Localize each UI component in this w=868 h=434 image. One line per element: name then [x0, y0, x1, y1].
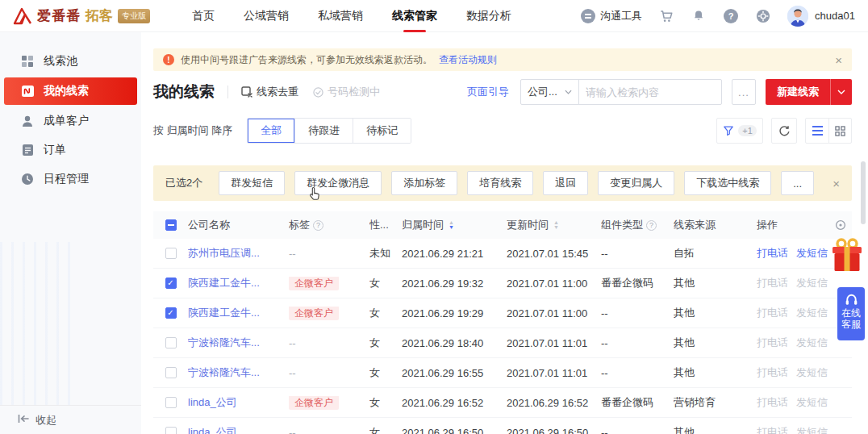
search-field-selector[interactable]: 公司... [521, 80, 579, 104]
col-company: 公司名称 [188, 218, 289, 232]
filter-button[interactable]: +1 [716, 118, 763, 144]
brand-mark-icon [13, 7, 32, 25]
scrollbar-thumb[interactable] [861, 161, 866, 224]
call-action[interactable]: 打电话 [757, 336, 788, 350]
sms-action[interactable]: 发短信 [796, 395, 828, 410]
batch-nurture-button[interactable]: 培育线索 [467, 171, 533, 195]
batch-sms-button[interactable]: 群发短信 [219, 171, 285, 195]
batch-change-owner-button[interactable]: 变更归属人 [598, 171, 674, 195]
call-action[interactable]: 打电话 [757, 276, 788, 290]
sidebar-item-won-customers[interactable]: 成单客户 [0, 106, 141, 136]
row-checkbox[interactable] [165, 307, 177, 319]
nav-public-marketing[interactable]: 公域营销 [229, 0, 303, 32]
sort-text[interactable]: 按 归属时间 降序 [153, 123, 232, 138]
chat-tool-button[interactable]: 沟通工具 [581, 9, 642, 23]
company-link[interactable]: 宁波裕隆汽车... [188, 336, 289, 350]
tab-all[interactable]: 全部 [248, 119, 294, 143]
sms-action[interactable]: 发短信 [796, 276, 828, 290]
online-service-button[interactable]: 在线客服 [837, 287, 865, 340]
app-logo[interactable]: 爱番番 拓客 专业版 [13, 6, 150, 25]
component-cell: -- [601, 427, 674, 434]
nav-home[interactable]: 首页 [177, 0, 229, 32]
list-view-button[interactable] [806, 119, 828, 143]
select-all-checkbox[interactable] [165, 219, 177, 231]
row-checkbox[interactable] [165, 248, 177, 259]
row-checkbox[interactable] [165, 278, 177, 289]
call-action[interactable]: 打电话 [757, 395, 788, 410]
sms-action[interactable]: 发短信 [796, 246, 828, 261]
component-cell: -- [601, 248, 674, 260]
search-input[interactable] [586, 86, 728, 98]
call-action[interactable]: 打电话 [757, 365, 788, 380]
update-time-cell: 2021.07.01 15:45 [507, 248, 601, 260]
col-source: 线索来源 [674, 218, 757, 232]
component-help-icon[interactable]: ? [646, 220, 657, 231]
sidebar-item-schedule[interactable]: 日程管理 [0, 165, 141, 194]
call-action[interactable]: 打电话 [757, 425, 788, 434]
sms-action[interactable]: 发短信 [796, 425, 828, 434]
company-link[interactable]: 宁波裕隆汽车... [188, 365, 289, 380]
tag-help-icon[interactable]: ? [313, 220, 323, 231]
activity-rules-link[interactable]: 查看活动规则 [439, 53, 497, 67]
sms-action[interactable]: 发短信 [796, 365, 828, 380]
col-assign-time[interactable]: 归属时间▲▼ [402, 218, 507, 232]
batch-return-button[interactable]: 退回 [543, 171, 588, 195]
batch-add-tag-button[interactable]: 添加标签 [391, 171, 457, 195]
cart-icon[interactable] [658, 8, 674, 24]
dedupe-button[interactable]: 线索去重 [241, 85, 298, 99]
batchbar-close-icon[interactable]: × [833, 177, 840, 190]
chevron-down-icon [837, 90, 845, 94]
sms-action[interactable]: 发短信 [796, 336, 828, 350]
company-link[interactable]: linda_公司 [188, 425, 289, 434]
sidebar-item-lead-pool[interactable]: 线索池 [0, 47, 141, 76]
row-actions: 打电话 发短信 ... [757, 336, 834, 350]
page-guide-link[interactable]: 页面引导 [467, 85, 509, 99]
tag-badge: -- [289, 337, 296, 349]
batch-more-button[interactable]: ... [781, 171, 814, 195]
call-action[interactable]: 打电话 [757, 306, 788, 320]
tab-to-follow[interactable]: 待跟进 [294, 119, 353, 143]
row-checkbox[interactable] [165, 337, 177, 348]
tag-badge: 企微客户 [289, 396, 339, 410]
sidebar-item-orders[interactable]: 订单 [0, 136, 141, 165]
call-action[interactable]: 打电话 [757, 246, 788, 261]
notice-close-icon[interactable]: × [835, 53, 842, 67]
component-cell: 番番企微码 [601, 276, 674, 290]
nav-leads-manager[interactable]: 线索管家 [378, 0, 452, 32]
tab-to-mark[interactable]: 待标记 [353, 119, 411, 143]
tag-badge: -- [289, 367, 296, 379]
toolbar-more-button[interactable]: ... [732, 79, 756, 105]
selected-count: 已选2个 [165, 176, 202, 190]
create-lead-dropdown[interactable] [831, 90, 852, 94]
notification-bell-icon[interactable] [691, 8, 707, 24]
gender-cell: 女 [369, 276, 402, 290]
row-checkbox[interactable] [165, 427, 177, 434]
company-link[interactable]: 陕西建工金牛... [188, 276, 289, 290]
row-actions: 打电话 发短信 ... [757, 246, 834, 261]
tag-badge: -- [289, 248, 296, 260]
sidebar-collapse-button[interactable]: 收起 [0, 405, 141, 434]
source-cell: 其他 [674, 306, 757, 320]
user-menu[interactable]: chuda01 [787, 6, 855, 27]
column-settings-icon[interactable] [834, 219, 852, 231]
help-icon[interactable]: ? [723, 8, 739, 24]
assign-time-cell: 2021.06.29 16:50 [402, 427, 507, 434]
col-update-time[interactable]: 更新时间▲▼ [507, 218, 601, 232]
batch-download-button[interactable]: 下载选中线索 [684, 171, 771, 195]
nav-data-analysis[interactable]: 数据分析 [452, 0, 526, 32]
gender-cell: 女 [369, 336, 402, 350]
gift-promo-icon[interactable] [831, 236, 868, 278]
company-link[interactable]: 陕西建工金牛... [188, 306, 289, 320]
company-link[interactable]: linda_公司 [188, 395, 289, 410]
create-lead-button[interactable]: 新建线索 [766, 79, 852, 105]
row-checkbox[interactable] [165, 367, 177, 378]
company-link[interactable]: 苏州市电压调... [188, 246, 289, 261]
refresh-button[interactable] [771, 118, 797, 144]
sms-action[interactable]: 发短信 [796, 306, 828, 320]
settings-gear-icon[interactable] [755, 8, 771, 24]
update-time-cell: 2021.07.01 11:00 [507, 307, 601, 319]
card-view-button[interactable] [828, 119, 851, 143]
row-checkbox[interactable] [165, 397, 177, 408]
nav-private-marketing[interactable]: 私域营销 [303, 0, 378, 32]
sidebar-item-my-leads[interactable]: 我的线索 [4, 77, 137, 105]
